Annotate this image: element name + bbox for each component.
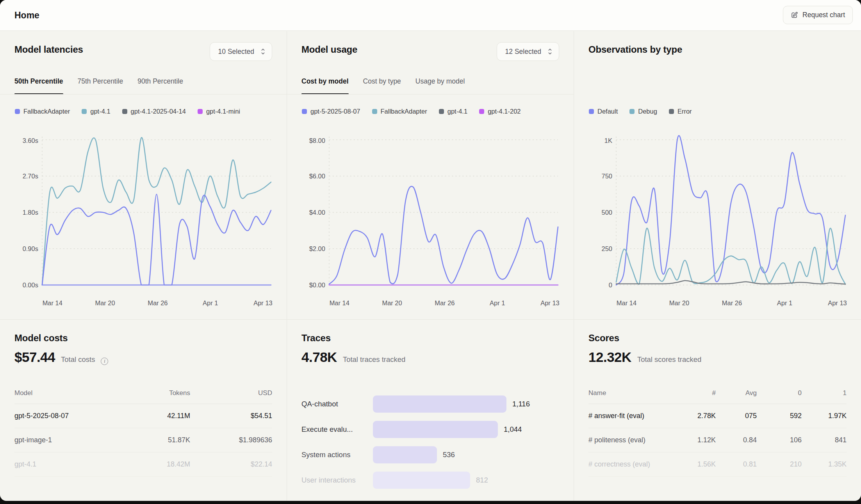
bar-label: User interactions bbox=[301, 476, 373, 484]
bar-label: QA-chatbot bbox=[301, 400, 373, 408]
table-cell: 1.97K bbox=[802, 404, 847, 428]
observations-line-chart[interactable]: 02505007501KMar 14Mar 20Mar 26Apr 1Apr 1… bbox=[588, 129, 847, 312]
total-costs-metric: $57.44 Total costs i bbox=[14, 349, 108, 365]
legend-swatch-icon bbox=[15, 109, 20, 114]
observations-legend: DefaultDebugError bbox=[589, 108, 692, 115]
dashboard-grid: Model latencies 10 Selected 50th Percent… bbox=[0, 31, 861, 501]
page-title: Home bbox=[14, 10, 39, 21]
tab-cost-by-type[interactable]: Cost by type bbox=[363, 75, 401, 94]
tab-cost-by-model[interactable]: Cost by model bbox=[301, 75, 349, 94]
selector-value: 12 Selected bbox=[505, 48, 541, 56]
table-cell: # correctness (eval) bbox=[588, 452, 675, 477]
scores-table: Name#Avg01# answer-fit (eval)2.78K075592… bbox=[588, 385, 847, 477]
table-cell: 592 bbox=[757, 404, 802, 428]
table-row[interactable]: gpt-image-151.87K$1.989636 bbox=[14, 428, 272, 452]
table-cell: 1.12K bbox=[675, 428, 716, 452]
request-chart-button[interactable]: Request chart bbox=[783, 6, 853, 24]
total-costs-value: $57.44 bbox=[14, 349, 55, 365]
legend-item: Debug bbox=[629, 108, 657, 115]
x-axis-tick: Mar 26 bbox=[722, 299, 742, 306]
tabs-divider bbox=[287, 94, 574, 94]
y-axis-tick: $0.00 bbox=[309, 281, 325, 289]
column-header: Avg bbox=[716, 385, 757, 404]
info-icon[interactable]: i bbox=[101, 358, 108, 365]
tab-75th-percentile[interactable]: 75th Percentile bbox=[78, 75, 123, 94]
legend-swatch-icon bbox=[589, 109, 594, 114]
legend-swatch-icon bbox=[669, 109, 674, 114]
column-header: Tokens bbox=[124, 385, 190, 404]
legend-swatch-icon bbox=[629, 109, 635, 114]
y-axis-tick: 0 bbox=[609, 281, 612, 289]
panel-title: Observations by type bbox=[588, 44, 682, 55]
selector-value: 10 Selected bbox=[218, 48, 254, 56]
table-cell: 0.81 bbox=[716, 452, 757, 477]
panel-traces: Traces 4.78K Total traces tracked QA-cha… bbox=[287, 320, 574, 501]
chevron-up-down-icon bbox=[260, 47, 266, 56]
latencies-line-chart[interactable]: 0.00s0.90s1.80s2.70s3.60sMar 14Mar 20Mar… bbox=[14, 129, 273, 312]
table-row[interactable]: gpt-5-2025-08-0742.11M$54.51 bbox=[14, 404, 272, 428]
y-axis-tick: 1K bbox=[604, 137, 612, 144]
legend-item: gpt-5-2025-08-07 bbox=[302, 108, 360, 115]
total-costs-label: Total costs bbox=[61, 355, 95, 364]
table-cell: $22.14 bbox=[190, 452, 272, 477]
legend-item: gpt-4.1-mini bbox=[198, 108, 240, 115]
panel-title: Scores bbox=[588, 333, 619, 344]
column-header: # bbox=[675, 385, 716, 404]
x-axis-tick: Mar 20 bbox=[382, 299, 402, 306]
table-cell: 106 bbox=[757, 428, 802, 452]
legend-label: gpt-4.1-2025-04-14 bbox=[131, 108, 186, 115]
bar-row[interactable]: Execute evalu...1,044 bbox=[301, 421, 559, 438]
legend-swatch-icon bbox=[372, 109, 377, 114]
legend-item: gpt-4.1-202 bbox=[479, 108, 521, 115]
x-axis-tick: Apr 13 bbox=[828, 299, 847, 306]
series-line-error bbox=[616, 281, 845, 284]
edit-pencil-icon bbox=[791, 11, 798, 19]
legend-item: gpt-4.1 bbox=[439, 108, 467, 115]
legend-swatch-icon bbox=[439, 109, 444, 114]
bar-row[interactable]: User interactions812 bbox=[301, 472, 559, 489]
traces-bar-chart: QA-chatbot1,116Execute evalu...1,044Syst… bbox=[301, 395, 559, 497]
table-cell: 0.84 bbox=[716, 428, 757, 452]
usage-model-selector[interactable]: 12 Selected bbox=[497, 42, 559, 61]
table-cell: 210 bbox=[757, 452, 802, 477]
tab-90th-percentile[interactable]: 90th Percentile bbox=[137, 75, 183, 94]
total-scores-label: Total scores tracked bbox=[637, 355, 702, 364]
table-row[interactable]: # answer-fit (eval)2.78K0755921.97K bbox=[588, 404, 847, 428]
legend-label: gpt-4.1 bbox=[447, 108, 467, 115]
tab-usage-by-model[interactable]: Usage by model bbox=[415, 75, 465, 94]
table-row[interactable]: gpt-4.118.42M$22.14 bbox=[14, 452, 272, 477]
total-traces-value: 4.78K bbox=[301, 349, 337, 365]
legend-label: gpt-4.1-202 bbox=[488, 108, 521, 115]
column-header: USD bbox=[190, 385, 272, 404]
table-row[interactable]: # politeness (eval)1.12K0.84106841 bbox=[588, 428, 847, 452]
page-header: Home Request chart bbox=[0, 0, 861, 31]
usage-tabs: Cost by modelCost by typeUsage by model bbox=[301, 75, 465, 94]
legend-item: Default bbox=[589, 108, 618, 115]
table-cell: gpt-5-2025-08-07 bbox=[14, 404, 124, 428]
x-axis-tick: Mar 14 bbox=[617, 299, 636, 306]
table-cell: 2.78K bbox=[675, 404, 716, 428]
panel-observations-by-type: Observations by type DefaultDebugError 0… bbox=[574, 31, 861, 320]
tab-50th-percentile[interactable]: 50th Percentile bbox=[14, 75, 63, 94]
legend-swatch-icon bbox=[198, 109, 203, 114]
request-chart-label: Request chart bbox=[802, 11, 845, 19]
table-cell: 18.42M bbox=[124, 452, 190, 477]
x-axis-tick: Apr 1 bbox=[777, 299, 792, 306]
bar-row[interactable]: System actions536 bbox=[301, 446, 559, 463]
total-scores-metric: 12.32K Total scores tracked bbox=[588, 349, 701, 365]
table-cell: 841 bbox=[802, 428, 847, 452]
chevron-up-down-icon bbox=[547, 47, 553, 56]
bar-row[interactable]: QA-chatbot1,116 bbox=[301, 395, 559, 413]
panel-model-latencies: Model latencies 10 Selected 50th Percent… bbox=[0, 31, 287, 320]
latencies-model-selector[interactable]: 10 Selected bbox=[210, 42, 272, 61]
column-header: Model bbox=[14, 385, 124, 404]
table-row[interactable]: # correctness (eval)1.56K0.812101.35K bbox=[588, 452, 847, 477]
legend-swatch-icon bbox=[82, 109, 87, 114]
y-axis-tick: 0.00s bbox=[23, 281, 38, 289]
x-axis-tick: Apr 13 bbox=[540, 299, 559, 306]
bar-fill bbox=[373, 446, 437, 463]
y-axis-tick: $6.00 bbox=[309, 173, 325, 180]
panel-title: Model usage bbox=[301, 44, 357, 55]
x-axis-tick: Apr 13 bbox=[253, 299, 272, 306]
usage-line-chart[interactable]: $0.00$2.00$4.00$6.00$8.00Mar 14Mar 20Mar… bbox=[301, 129, 560, 312]
